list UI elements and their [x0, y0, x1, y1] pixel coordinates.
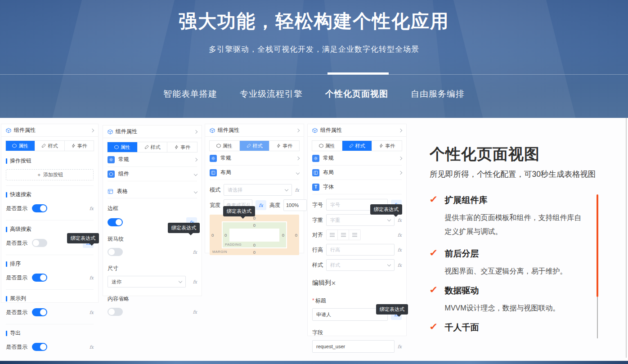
tab-properties[interactable]: 属性: [6, 141, 35, 151]
height-input[interactable]: [283, 199, 307, 211]
fx-icon[interactable]: fx: [398, 247, 402, 252]
padding-right-value[interactable]: 0: [282, 233, 284, 238]
feature-item: ✓ 千人千面 配置化实现，视图内容可由用户自定义: [430, 322, 588, 338]
check-icon: ✓: [430, 194, 438, 238]
lightning-icon: [276, 144, 281, 148]
layout-icon: [210, 169, 217, 176]
font-weight-select[interactable]: 字重: [326, 214, 395, 226]
group-general[interactable]: 常规: [108, 153, 197, 167]
margin-padding-editor[interactable]: 0 0 0 0 MARGIN 0 0 0 0 PADDING: [210, 215, 299, 255]
align-right-button[interactable]: [349, 230, 360, 240]
tab-style[interactable]: 样式: [240, 141, 270, 151]
feature-title: 数据驱动: [445, 285, 588, 297]
add-button-label: 添加按钮: [43, 171, 63, 178]
show-toggle-off[interactable]: [32, 239, 47, 247]
fx-icon[interactable]: fx: [189, 279, 197, 284]
align-center-button[interactable]: [338, 230, 349, 240]
tab-style[interactable]: 样式: [35, 141, 64, 151]
group-general[interactable]: 常规: [210, 151, 299, 166]
column-field-input[interactable]: [312, 340, 395, 353]
close-icon[interactable]: ✕: [331, 280, 336, 287]
show-toggle-on[interactable]: [32, 274, 47, 282]
tab-event[interactable]: 事件: [269, 141, 299, 151]
fx-icon[interactable]: fx: [398, 344, 402, 349]
tab-properties[interactable]: 属性: [312, 141, 342, 151]
padding-bottom-value[interactable]: 0: [253, 243, 256, 247]
fx-icon[interactable]: fx: [193, 250, 197, 255]
tab-process-engine[interactable]: 专业级流程引擎: [240, 88, 303, 100]
fx-icon[interactable]: fx: [295, 188, 299, 193]
show-label: 是否显示: [6, 274, 27, 282]
font-style-select[interactable]: 样式: [326, 259, 395, 271]
group-component[interactable]: 组件: [108, 167, 197, 181]
page-scrollbar[interactable]: [626, 118, 627, 358]
chevron-down-icon: [179, 279, 182, 283]
group-label: 常规: [118, 156, 129, 163]
tab-event[interactable]: 事件: [65, 141, 94, 151]
margin-left-value[interactable]: 0: [211, 233, 214, 238]
panel-tabs: 属性 样式 事件: [209, 140, 300, 151]
subgroup-table[interactable]: 表格: [108, 185, 197, 198]
tab-properties[interactable]: 属性: [108, 142, 138, 152]
margin-right-value[interactable]: 0: [295, 233, 297, 238]
feature-scroll-track[interactable]: [597, 194, 598, 338]
font-size-label: 字号: [312, 201, 323, 209]
line-height-input[interactable]: [326, 244, 395, 256]
feature-scroll-rail: [597, 297, 598, 338]
border-toggle-on[interactable]: [108, 218, 123, 226]
chevron-down-icon: [194, 189, 197, 193]
tab-label: 事件: [180, 144, 190, 151]
mode-placeholder: 请选择: [228, 187, 283, 193]
chevron-right-icon[interactable]: [194, 130, 197, 133]
panel-body: 常规 组件 表格 绑定表达式 边框 fx 斑马纹 fx: [103, 153, 202, 317]
tab-style[interactable]: 样式: [138, 142, 168, 152]
mode-label: 模式: [210, 186, 220, 194]
group-layout[interactable]: 布局: [210, 166, 299, 180]
zebra-toggle-off[interactable]: [108, 248, 123, 256]
group-layout[interactable]: 布局: [312, 166, 402, 180]
group-general[interactable]: 常规: [312, 151, 402, 166]
show-toggle-on[interactable]: [32, 343, 47, 351]
fx-icon[interactable]: fx: [398, 263, 402, 268]
fx-button-active[interactable]: fx: [256, 200, 266, 210]
group-label: 表格: [117, 188, 128, 195]
add-button[interactable]: ＋添加按钮: [6, 169, 94, 180]
fx-icon[interactable]: fx: [90, 310, 94, 315]
tab-style[interactable]: 样式: [342, 141, 372, 151]
ellipsis-toggle-off[interactable]: [108, 308, 123, 316]
fx-icon[interactable]: fx: [398, 233, 402, 238]
chevron-right-icon[interactable]: [296, 128, 300, 132]
tab-smart-form[interactable]: 智能表单搭建: [163, 88, 217, 100]
chevron-right-icon[interactable]: [90, 128, 94, 132]
fx-icon[interactable]: fx: [193, 310, 197, 315]
fx-icon[interactable]: fx: [90, 345, 94, 350]
show-toggle-on[interactable]: [32, 308, 47, 316]
show-toggle-on[interactable]: [32, 204, 47, 212]
fx-icon[interactable]: fx: [90, 206, 94, 211]
tab-personalized-view[interactable]: 个性化页面视图: [325, 88, 388, 100]
padding-top-value[interactable]: 0: [253, 223, 256, 228]
margin-bottom-value[interactable]: 0: [253, 250, 256, 255]
tab-properties[interactable]: 属性: [210, 141, 240, 151]
feature-desc: 视图界面、交互逻辑分离，易于维护。: [445, 264, 588, 278]
feature-scroll-thumb[interactable]: [597, 194, 598, 297]
chevron-right-icon[interactable]: [399, 128, 402, 132]
divider: [6, 289, 94, 290]
section-export: 导出: [6, 329, 94, 337]
fx-icon[interactable]: fx: [90, 275, 94, 280]
size-select[interactable]: 迷你: [108, 276, 186, 288]
tab-label: 样式: [151, 144, 161, 151]
chevron-down-icon: [284, 187, 288, 191]
mode-select[interactable]: 请选择: [224, 184, 292, 196]
group-font[interactable]: T 字体: [312, 180, 402, 194]
align-left-button[interactable]: [327, 230, 338, 240]
padding-left-value[interactable]: 0: [224, 233, 227, 238]
tab-event[interactable]: 事件: [372, 141, 402, 151]
tab-label: 属性: [223, 143, 233, 149]
align-center-icon: [341, 233, 346, 237]
tab-service-orchestration[interactable]: 自由服务编排: [411, 88, 465, 100]
tab-event[interactable]: 事件: [167, 142, 197, 152]
fx-icon[interactable]: fx: [398, 218, 402, 223]
show-label: 是否显示: [6, 343, 27, 351]
chevron-right-icon: [296, 156, 300, 160]
